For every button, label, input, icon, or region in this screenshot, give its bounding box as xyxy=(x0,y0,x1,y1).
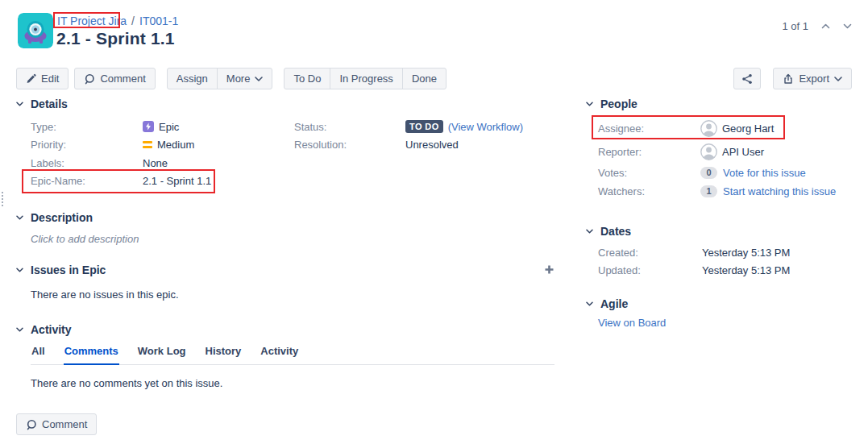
status-label: Status: xyxy=(294,121,405,133)
in-progress-button-label: In Progress xyxy=(339,73,392,85)
reporter-row: Reporter: API User xyxy=(598,140,853,164)
comment-button-label: Comment xyxy=(100,73,145,85)
chevron-down-icon xyxy=(16,102,23,106)
activity-tabs: All Comments Work Log History Activity xyxy=(31,345,554,365)
description-section-title: Description xyxy=(31,211,93,224)
updated-label: Updated: xyxy=(598,264,702,276)
details-section: Details Type: Epic Priority: xyxy=(16,98,574,190)
chevron-down-icon xyxy=(16,215,23,220)
issues-in-epic-collapse-toggle[interactable] xyxy=(16,268,23,272)
activity-section: Activity All Comments Work Log History A… xyxy=(16,323,554,389)
chevron-down-icon xyxy=(586,301,593,306)
resolution-value: Unresolved xyxy=(405,139,552,151)
priority-medium-icon xyxy=(143,141,152,148)
type-label: Type: xyxy=(31,121,143,133)
issue-toolbar: Edit Comment Assign More To Do xyxy=(16,68,852,89)
view-workflow-link[interactable]: (View Workflow) xyxy=(448,121,523,133)
edit-button-label: Edit xyxy=(41,73,59,85)
breadcrumb: IT Project Jira / IT001-1 xyxy=(57,15,178,27)
created-label: Created: xyxy=(598,247,702,259)
pencil-icon xyxy=(26,73,36,84)
watchers-label: Watchers: xyxy=(598,185,700,197)
details-collapse-toggle[interactable] xyxy=(16,102,23,106)
jira-issue-page: IT Project Jira / IT001-1 2.1 - Sprint 1… xyxy=(0,0,868,440)
agile-section: Agile View on Board xyxy=(586,297,853,330)
type-value-text: Epic xyxy=(159,121,179,133)
assign-button[interactable]: Assign xyxy=(167,68,218,89)
next-issue-button[interactable] xyxy=(843,23,852,29)
issues-in-epic-empty-text: There are no issues in this epic. xyxy=(31,288,554,301)
epic-name-label: Epic-Name: xyxy=(31,175,143,187)
people-collapse-toggle[interactable] xyxy=(586,102,593,106)
agile-section-header: Agile xyxy=(586,297,853,310)
chevron-down-icon xyxy=(255,77,263,81)
panel-drag-handle[interactable] xyxy=(2,192,3,206)
project-avatar[interactable] xyxy=(18,13,53,48)
tab-work-log[interactable]: Work Log xyxy=(137,345,187,365)
assignee-label: Assignee: xyxy=(598,122,700,135)
resolution-label: Resolution: xyxy=(294,139,405,151)
add-comment-button[interactable]: Comment xyxy=(16,413,97,435)
tab-all[interactable]: All xyxy=(31,345,46,365)
chevron-down-icon xyxy=(586,229,593,234)
updated-row: Updated: Yesterday 5:13 PM xyxy=(598,262,853,280)
details-grid: Type: Epic Priority: Medium xyxy=(31,118,574,190)
tab-activity[interactable]: Activity xyxy=(260,345,299,365)
chevron-down-icon xyxy=(16,327,23,332)
alien-ufo-avatar-icon xyxy=(18,13,53,48)
chevron-down-icon xyxy=(834,77,842,81)
votes-row: Votes: 0 Vote for this issue xyxy=(598,164,853,182)
reporter-value[interactable]: API User xyxy=(700,143,853,160)
page-title: 2.1 - Sprint 1.1 xyxy=(56,29,175,48)
speech-bubble-icon xyxy=(84,73,95,85)
start-watching-link[interactable]: Start watching this issue xyxy=(723,185,836,197)
breadcrumb-issue-link[interactable]: IT001-1 xyxy=(139,15,178,27)
details-section-header: Details xyxy=(16,98,574,110)
activity-collapse-toggle[interactable] xyxy=(16,327,23,332)
chevron-up-icon xyxy=(821,23,830,29)
dates-collapse-toggle[interactable] xyxy=(586,229,593,234)
issues-in-epic-section: Issues in Epic There are no issues in th… xyxy=(16,264,554,301)
watchers-value: 1 Start watching this issue xyxy=(700,185,853,197)
to-do-button[interactable]: To Do xyxy=(284,68,330,89)
tab-history[interactable]: History xyxy=(205,345,243,365)
export-button[interactable]: Export xyxy=(773,68,852,89)
previous-issue-button[interactable] xyxy=(821,23,830,29)
done-button[interactable]: Done xyxy=(402,68,446,89)
chevron-down-icon xyxy=(586,102,593,106)
in-progress-button[interactable]: In Progress xyxy=(330,68,402,89)
user-avatar-icon xyxy=(700,120,717,137)
add-issue-to-epic-button[interactable] xyxy=(544,264,554,275)
share-button[interactable] xyxy=(733,68,761,89)
breadcrumb-project-link[interactable]: IT Project Jira xyxy=(57,15,127,27)
reporter-name: API User xyxy=(722,146,764,158)
description-collapse-toggle[interactable] xyxy=(16,215,23,220)
description-placeholder[interactable]: Click to add description xyxy=(31,233,574,245)
dates-rows: Created: Yesterday 5:13 PM Updated: Yest… xyxy=(586,244,853,279)
labels-label: Labels: xyxy=(31,157,143,169)
dates-section-title: Dates xyxy=(600,225,631,238)
view-on-board-link[interactable]: View on Board xyxy=(598,317,666,329)
pager-count: 1 of 1 xyxy=(782,20,808,32)
status-value: TO DO (View Workflow) xyxy=(405,120,552,133)
assignee-row: Assignee: Georg Hart xyxy=(598,117,853,140)
watchers-count-badge: 1 xyxy=(700,185,717,197)
dates-section-header: Dates xyxy=(586,225,853,238)
assignee-value[interactable]: Georg Hart xyxy=(700,120,853,137)
agile-collapse-toggle[interactable] xyxy=(586,301,593,306)
user-avatar-icon xyxy=(700,143,717,160)
vote-for-issue-link[interactable]: Vote for this issue xyxy=(723,167,806,179)
description-section-header: Description xyxy=(16,211,574,224)
resolution-field-row: Resolution: Unresolved xyxy=(294,136,552,155)
activity-section-header: Activity xyxy=(16,323,554,336)
breadcrumb-separator: / xyxy=(131,15,135,27)
comment-button[interactable]: Comment xyxy=(74,68,155,89)
export-icon xyxy=(783,73,794,85)
done-button-label: Done xyxy=(412,73,437,85)
more-button[interactable]: More xyxy=(217,68,273,89)
tab-comments[interactable]: Comments xyxy=(64,345,119,365)
lightning-bolt-icon xyxy=(145,122,152,131)
edit-button[interactable]: Edit xyxy=(16,68,69,89)
created-row: Created: Yesterday 5:13 PM xyxy=(598,244,853,262)
created-value: Yesterday 5:13 PM xyxy=(702,247,853,259)
